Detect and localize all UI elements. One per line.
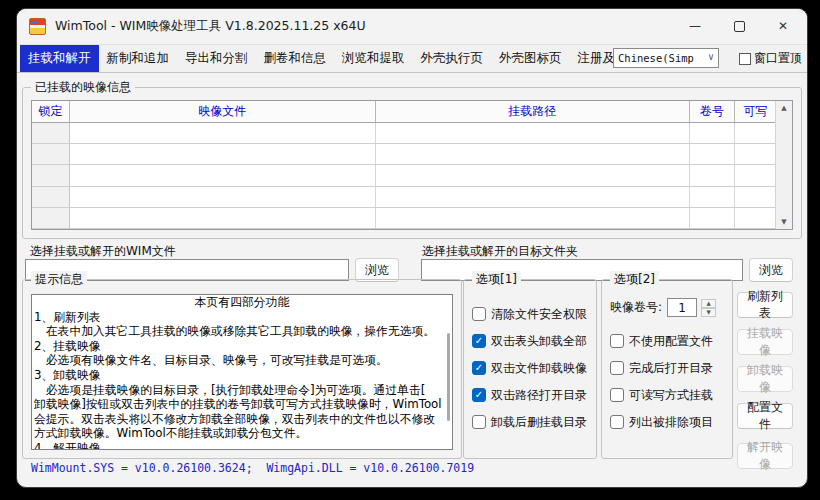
target-folder-input[interactable]: [421, 259, 743, 281]
table-header-row: 锁定映像文件挂载路径卷号可写: [32, 101, 776, 123]
mounted-images-table: 锁定映像文件挂载路径卷号可写 ▲ ▼: [31, 100, 793, 230]
wim-file-label: 选择挂载或解开的WIM文件: [30, 243, 176, 260]
tips-line: 方式卸载映像。WimTool不能挂载或卸载分包文件。: [32, 426, 452, 441]
table-cell-lock: [32, 187, 70, 207]
scroll-up-icon[interactable]: ▲: [776, 101, 792, 115]
config-file-button[interactable]: 配置文件: [737, 403, 793, 429]
target-folder-label: 选择挂载或解开的目标文件夹: [422, 243, 578, 260]
option-mount-writable[interactable]: 可读写方式挂载: [610, 387, 713, 403]
option-label: 清除文件安全权限: [491, 306, 587, 323]
option-list-excluded-items[interactable]: 列出被排除项目: [610, 414, 713, 430]
maximize-button[interactable]: [717, 9, 761, 43]
mount-image-button[interactable]: 挂载映像: [737, 329, 793, 355]
option-dblclick-path-open-dir[interactable]: 双击路径打开目录: [472, 387, 587, 403]
tab-delete-info[interactable]: 删卷和信息: [256, 45, 335, 72]
option-delete-mount-dir-after-unmount[interactable]: 卸载后删挂载目录: [472, 414, 587, 430]
checkbox-icon: [610, 361, 624, 375]
table-cell-mount-path: [376, 165, 690, 185]
tips-line: 在表中加入其它工具挂载的映像或移除其它工具卸载的映像，操作无选项。: [32, 324, 452, 339]
table-cell-image-file: [70, 144, 376, 164]
option-label: 双击路径打开目录: [491, 387, 587, 404]
checkbox-icon: [472, 361, 486, 375]
unmount-image-button[interactable]: 卸载映像: [737, 366, 793, 392]
column-header-volume-number[interactable]: 卷号: [690, 101, 735, 122]
language-value: Chinese(Simp: [618, 52, 694, 64]
column-header-mount-path[interactable]: 挂载路径: [376, 101, 690, 122]
table-cell-mount-path: [376, 187, 690, 207]
option-dblclick-file-unmount[interactable]: 双击文件卸载映像: [472, 360, 587, 376]
table-cell-lock: [32, 123, 70, 143]
column-header-image-file[interactable]: 映像文件: [70, 101, 376, 122]
tips-scrollbar-thumb[interactable]: [447, 333, 450, 421]
table-cell-image-file: [70, 123, 376, 143]
option-label: 卸载后删挂载目录: [491, 414, 587, 431]
status-text: WimMount.SYS = v10.0.26100.3624; WimgApi…: [31, 461, 474, 475]
tab-create-append[interactable]: 新制和追加: [99, 45, 178, 72]
table-cell-lock: [32, 165, 70, 185]
tab-export-split[interactable]: 导出和分割: [177, 45, 256, 72]
close-button[interactable]: ✕: [761, 9, 805, 43]
table-scrollbar[interactable]: ▲ ▼: [775, 101, 792, 229]
table-row[interactable]: [32, 123, 776, 144]
checkbox-icon: [472, 415, 486, 429]
options1-group: 选项[1] 清除文件安全权限双击表头卸载全部双击文件卸载映像双击路径打开目录卸载…: [463, 279, 597, 459]
tab-strip: 挂载和解开新制和追加导出和分割删卷和信息浏览和提取外壳执行页外壳图标页注册及设置…: [17, 44, 807, 73]
options2-group-title: 选项[2]: [610, 271, 659, 288]
tips-group: 提示信息 本页有四部分功能1、刷新列表 在表中加入其它工具挂载的映像或移除其它工…: [22, 279, 462, 459]
volume-number-label: 映像卷号:: [610, 299, 662, 316]
table-row[interactable]: [32, 208, 776, 229]
table-cell-writable: [735, 144, 776, 164]
volume-number-input[interactable]: 1: [667, 298, 697, 317]
tips-group-title: 提示信息: [31, 271, 87, 288]
language-select[interactable]: Chinese(Simp ∨: [613, 48, 719, 68]
maximize-icon: [734, 21, 745, 32]
option-clear-file-acl[interactable]: 清除文件安全权限: [472, 306, 587, 322]
tab-mount-unmount[interactable]: 挂载和解开: [20, 45, 99, 72]
target-folder-browse-button[interactable]: 浏览: [749, 258, 793, 282]
table-row[interactable]: [32, 144, 776, 165]
tab-browse-extract[interactable]: 浏览和提取: [334, 45, 413, 72]
column-header-lock[interactable]: 锁定: [32, 101, 70, 122]
mounted-images-group-title: 已挂载的映像信息: [31, 79, 135, 96]
spin-down-button[interactable]: ▼: [701, 308, 716, 317]
checkbox-icon: [472, 334, 486, 348]
app-window: WimTool - WIM映像处理工具 V1.8.2025.11.25 x64U…: [16, 8, 808, 488]
table-cell-writable: [735, 208, 776, 228]
tips-line: 4、解开映像: [32, 441, 452, 450]
table-cell-writable: [735, 123, 776, 143]
tab-shell-exec-page[interactable]: 外壳执行页: [413, 45, 492, 72]
topmost-checkbox[interactable]: 窗口置顶: [739, 50, 802, 67]
table-cell-image-file: [70, 165, 376, 185]
table-row[interactable]: [32, 187, 776, 208]
table-cell-mount-path: [376, 123, 690, 143]
option-dblclick-header-unmount-all[interactable]: 双击表头卸载全部: [472, 333, 587, 349]
column-header-writable[interactable]: 可写: [735, 101, 776, 122]
spin-up-button[interactable]: ▲: [701, 299, 716, 308]
options2-group: 选项[2] 映像卷号: 1 ▲ ▼ 不使用配置文件完成后打开目录可读写方式挂载列…: [601, 279, 733, 459]
table-cell-writable: [735, 165, 776, 185]
checkbox-icon: [610, 388, 624, 402]
checkbox-icon: [739, 53, 751, 65]
tab-shell-icon-page[interactable]: 外壳图标页: [491, 45, 570, 72]
checkbox-icon: [610, 334, 624, 348]
tips-line: 3、卸载映像: [32, 368, 452, 383]
mounted-images-group: 已挂载的映像信息 锁定映像文件挂载路径卷号可写 ▲ ▼: [22, 87, 802, 239]
table-cell-image-file: [70, 187, 376, 207]
option-label: 不使用配置文件: [629, 333, 713, 350]
unpack-image-button[interactable]: 解开映像: [737, 443, 793, 469]
table-cell-mount-path: [376, 144, 690, 164]
table-cell-lock: [32, 144, 70, 164]
scroll-down-icon[interactable]: ▼: [776, 215, 792, 229]
checkbox-icon: [610, 415, 624, 429]
option-no-config-file[interactable]: 不使用配置文件: [610, 333, 713, 349]
table-row[interactable]: [32, 165, 776, 186]
tips-lines: 本页有四部分功能1、刷新列表 在表中加入其它工具挂载的映像或移除其它工具卸载的映…: [32, 295, 452, 450]
options1-group-title: 选项[1]: [472, 271, 521, 288]
app-icon[interactable]: [29, 18, 46, 35]
minimize-button[interactable]: —: [673, 9, 717, 43]
option-open-dir-when-done[interactable]: 完成后打开目录: [610, 360, 713, 376]
checkbox-icon: [472, 307, 486, 321]
refresh-list-button[interactable]: 刷新列表: [737, 292, 793, 318]
table-cell-volume-number: [690, 208, 735, 228]
minimize-icon: —: [689, 19, 701, 33]
